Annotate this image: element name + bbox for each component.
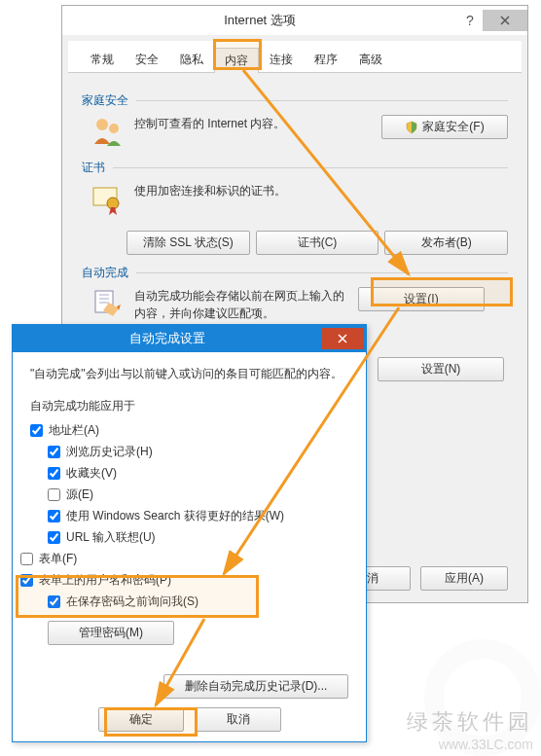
close-icon (338, 334, 347, 343)
lbl-winsearch[interactable]: 使用 Windows Search 获得更好的结果(W) (66, 508, 284, 524)
chk-winsearch[interactable] (48, 510, 60, 522)
window-title: Internet 选项 (62, 12, 457, 29)
autocomplete-dialog: 自动完成设置 "自动完成"会列出与以前键入或访问的条目可能匹配的内容。 自动完成… (12, 324, 367, 742)
tab-security[interactable]: 安全 (125, 47, 169, 72)
chk-favorites[interactable] (48, 467, 60, 480)
lbl-feeds[interactable]: 源(E) (66, 486, 93, 503)
lbl-formuserpass[interactable]: 表单上的用户名和密码(P) (39, 572, 171, 589)
certificates-button[interactable]: 证书(C) (256, 231, 379, 255)
chk-history[interactable] (48, 446, 60, 458)
manage-passwords-button[interactable]: 管理密码(M) (48, 621, 174, 645)
lbl-addressbar[interactable]: 地址栏(A) (49, 422, 99, 439)
tabs: 常规 安全 隐私 内容 连接 程序 高级 (68, 41, 522, 73)
tab-advanced[interactable]: 高级 (348, 47, 393, 72)
chk-feeds[interactable] (48, 488, 60, 501)
lbl-askbeforesave[interactable]: 在保存密码之前询问我(S) (66, 594, 198, 610)
tab-connections[interactable]: 连接 (259, 47, 304, 72)
family-safety-button[interactable]: 家庭安全(F) (381, 115, 508, 139)
cert-desc: 使用加密连接和标识的证书。 (134, 182, 508, 199)
lbl-forms[interactable]: 表单(F) (39, 551, 77, 567)
tab-content[interactable]: 内容 (214, 48, 259, 73)
tab-programs[interactable]: 程序 (304, 47, 348, 72)
chk-askbeforesave[interactable] (48, 595, 60, 608)
delete-history-button[interactable]: 删除自动完成历史记录(D)... (163, 674, 348, 699)
chk-urlsuggest[interactable] (48, 531, 60, 544)
tab-general[interactable]: 常规 (80, 47, 125, 72)
chk-formuserpass[interactable] (20, 574, 33, 587)
lbl-history[interactable]: 浏览历史记录(H) (66, 444, 153, 460)
family-safety-icon (90, 115, 125, 150)
titlebar: Internet 选项 ? (62, 6, 527, 35)
ac-titlebar: 自动完成设置 (13, 325, 366, 352)
shield-icon (405, 121, 418, 134)
chk-forms[interactable] (20, 553, 33, 565)
lbl-favorites[interactable]: 收藏夹(V) (66, 465, 117, 482)
lbl-urlsuggest[interactable]: URL 输入联想(U) (66, 529, 156, 546)
section-autocomplete-title: 自动完成 (82, 265, 508, 281)
autocomplete-settings-button[interactable]: 设置(I) (358, 287, 485, 311)
apply-button[interactable]: 应用(A) (420, 566, 508, 591)
autocomplete-icon (90, 287, 125, 322)
close-icon (500, 16, 510, 25)
close-button[interactable] (483, 10, 527, 31)
ac-intro: "自动完成"会列出与以前键入或访问的条目可能匹配的内容。 (30, 366, 348, 382)
ac-ok-button[interactable]: 确定 (98, 707, 184, 732)
publishers-button[interactable]: 发布者(B) (384, 231, 508, 255)
section-cert-title: 证书 (82, 160, 508, 176)
svg-point-1 (109, 124, 119, 133)
feeds-settings-button[interactable]: 设置(N) (378, 357, 504, 381)
ac-title: 自动完成设置 (13, 330, 321, 347)
watermark: 绿茶软件园 www.33LC.com (407, 707, 533, 752)
section-family-title: 家庭安全 (82, 92, 508, 109)
ac-close-button[interactable] (321, 328, 364, 349)
clear-ssl-button[interactable]: 清除 SSL 状态(S) (126, 231, 250, 255)
chk-addressbar[interactable] (30, 424, 43, 437)
family-desc: 控制可查看的 Internet 内容。 (134, 115, 372, 132)
svg-point-0 (96, 119, 108, 130)
ac-applies-label: 自动完成功能应用于 (30, 398, 348, 414)
help-button[interactable]: ? (457, 10, 483, 31)
certificate-icon (90, 182, 125, 217)
autocomplete-desc: 自动完成功能会存储以前在网页上输入的内容，并向你建议匹配项。 (134, 287, 348, 322)
ac-cancel-button[interactable]: 取消 (196, 707, 281, 732)
tab-privacy[interactable]: 隐私 (169, 47, 214, 72)
